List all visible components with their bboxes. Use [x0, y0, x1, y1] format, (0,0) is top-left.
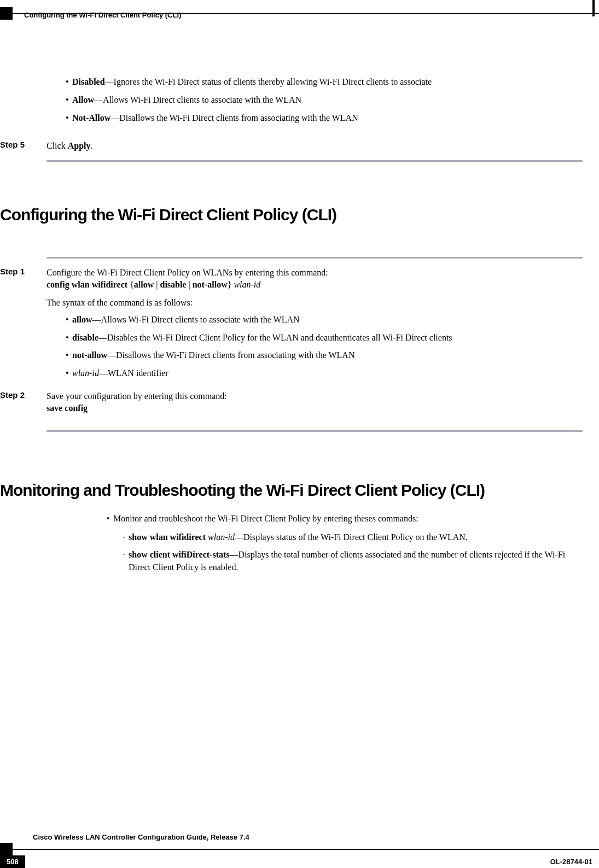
section-end-rule: [46, 160, 583, 162]
footer-rule-row: [0, 843, 599, 855]
bullet-icon: •: [107, 513, 113, 525]
step-5-body: Click Apply.: [46, 140, 583, 152]
step-2-label: Step 2: [0, 390, 46, 414]
step-2-body: Save your configuration by entering this…: [46, 390, 583, 414]
bullet-icon: •: [66, 350, 72, 361]
list-item: • Allow—Allows Wi-Fi Direct clients to a…: [66, 95, 583, 106]
sub-bullet-icon: ◦: [123, 531, 129, 543]
section-heading-cli-config: Configuring the Wi-Fi Direct Client Poli…: [0, 206, 583, 224]
list-item: • Disabled—Ignores the Wi-Fi Direct stat…: [66, 77, 583, 88]
bullet-text: Disabled—Ignores the Wi-Fi Direct status…: [72, 77, 583, 88]
bullet-text: disable—Disables the Wi-Fi Direct Client…: [72, 332, 583, 344]
bullet-text: allow—Allows Wi-Fi Direct clients to ass…: [72, 314, 583, 326]
bullet-text: show wlan wifidirect wlan-id—Displays st…: [129, 531, 583, 543]
section-start-rule: [46, 257, 583, 259]
bullet-text: not-allow—Disallows the Wi-Fi Direct cli…: [72, 350, 583, 361]
step-1-row: Step 1 Configure the Wi-Fi Direct Client…: [0, 267, 583, 309]
step-2-row: Step 2 Save your configuration by enteri…: [0, 390, 583, 414]
bullet-text: wlan-id—WLAN identifier: [72, 368, 583, 379]
bullet-text: Not-Allow—Disallows the Wi-Fi Direct cli…: [72, 113, 583, 124]
step-5-row: Step 5 Click Apply.: [0, 140, 583, 152]
bullet-icon: •: [66, 332, 72, 344]
bullet-text: Allow—Allows Wi-Fi Direct clients to ass…: [72, 95, 583, 106]
step-1-body: Configure the Wi-Fi Direct Client Policy…: [46, 267, 583, 309]
page-content: • Disabled—Ignores the Wi-Fi Direct stat…: [0, 44, 583, 579]
section-end-rule: [46, 430, 583, 432]
bullet-icon: •: [66, 95, 72, 106]
syntax-bullet-list: • allow—Allows Wi-Fi Direct clients to a…: [66, 314, 583, 379]
list-item: • wlan-id—WLAN identifier: [66, 368, 583, 379]
prev-bullet-list: • Disabled—Ignores the Wi-Fi Direct stat…: [66, 77, 583, 124]
bullet-icon: •: [66, 368, 72, 379]
footer-square-icon: [0, 843, 13, 855]
step-1-label: Step 1: [0, 267, 46, 309]
footer-guide-title: Cisco Wireless LAN Controller Configurat…: [33, 833, 599, 841]
bullet-text: Monitor and troubleshoot the Wi-Fi Direc…: [113, 513, 583, 525]
section-heading-monitor: Monitoring and Troubleshooting the Wi-Fi…: [0, 481, 583, 500]
list-item: • Monitor and troubleshoot the Wi-Fi Dir…: [107, 513, 583, 525]
list-item: • allow—Allows Wi-Fi Direct clients to a…: [66, 314, 583, 326]
list-item: • not-allow—Disallows the Wi-Fi Direct c…: [66, 350, 583, 361]
bullet-icon: •: [66, 77, 72, 88]
outer-bullet-list: • Monitor and troubleshoot the Wi-Fi Dir…: [107, 513, 583, 525]
header-square-icon: [0, 7, 13, 20]
footer-bottom-row: 508 OL-28744-01: [0, 855, 599, 868]
bullet-icon: •: [66, 314, 72, 326]
list-item: • Not-Allow—Disallows the Wi-Fi Direct c…: [66, 113, 583, 124]
step-5-label: Step 5: [0, 140, 46, 152]
sub-bullet-list: ◦ show wlan wifidirect wlan-id—Displays …: [123, 531, 583, 573]
list-item: ◦ show wlan wifidirect wlan-id—Displays …: [123, 531, 583, 543]
bullet-text: show client wifiDirect-stats—Displays th…: [129, 549, 583, 573]
footer-rule: [13, 849, 599, 850]
page-footer: Cisco Wireless LAN Controller Configurat…: [0, 833, 599, 868]
page-number: 508: [0, 855, 25, 868]
list-item: • disable—Disables the Wi-Fi Direct Clie…: [66, 332, 583, 344]
list-item: ◦ show client wifiDirect-stats—Displays …: [123, 549, 583, 573]
doc-id: OL-28744-01: [550, 855, 599, 868]
bullet-icon: •: [66, 113, 72, 124]
sub-bullet-icon: ◦: [123, 549, 129, 573]
running-header-text: Configuring the Wi-Fi Direct Client Poli…: [24, 11, 181, 19]
